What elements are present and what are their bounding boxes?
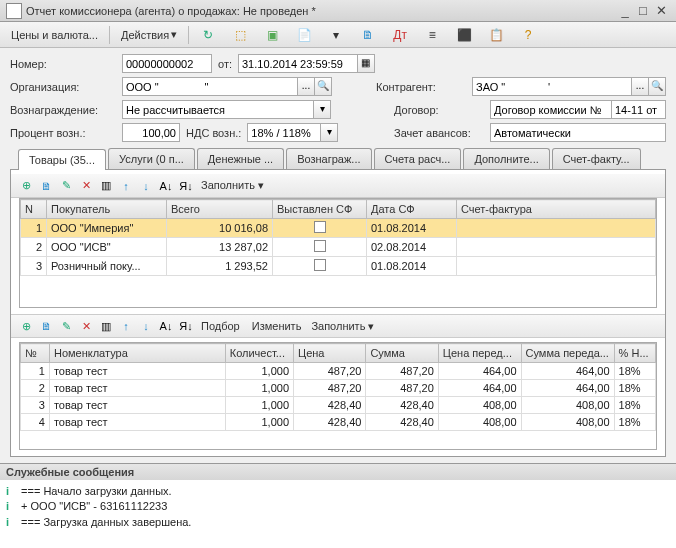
up-icon-2[interactable]: ↑ — [117, 317, 135, 335]
counterparty-lookup-icon[interactable]: ... — [632, 77, 649, 96]
messages-body: i === Начало загрузки данных. i + ООО "И… — [0, 480, 676, 548]
actions-menu[interactable]: Действия ▾ — [114, 25, 184, 44]
maximize-button[interactable]: □ — [634, 3, 652, 18]
down-icon[interactable]: ↓ — [137, 177, 155, 195]
tool-icon-2[interactable]: ▥ — [97, 317, 115, 335]
sort-asc-icon-2[interactable]: A↓ — [157, 317, 175, 335]
toolbar-icon-10[interactable]: 📋 — [481, 24, 511, 46]
checkbox-icon[interactable] — [314, 240, 326, 252]
sort-asc-icon[interactable]: A↓ — [157, 177, 175, 195]
toolbar-icon-1[interactable]: ↻ — [193, 24, 223, 46]
pick-button[interactable]: Подбор — [197, 320, 244, 332]
col2-sum[interactable]: Сумма — [366, 344, 438, 363]
tab-invoice[interactable]: Счет-факту... — [552, 148, 641, 169]
table-row[interactable]: 2ООО "ИСВ"13 287,0202.08.2014 — [21, 238, 656, 257]
col2-tprice[interactable]: Цена перед... — [438, 344, 521, 363]
table-row[interactable]: 3Розничный поку...1 293,5201.08.2014 — [21, 257, 656, 276]
toolbar-icon-3[interactable]: ▣ — [257, 24, 287, 46]
info-icon: i — [6, 515, 18, 530]
col-issued[interactable]: Выставлен СФ — [273, 200, 367, 219]
toolbar-icon-5[interactable]: ▾ — [321, 24, 351, 46]
col-total[interactable]: Всего — [167, 200, 273, 219]
col-datesf[interactable]: Дата СФ — [367, 200, 457, 219]
col-buyer[interactable]: Покупатель — [47, 200, 167, 219]
toolbar-icon-7[interactable]: Дт — [385, 24, 415, 46]
checkbox-icon[interactable] — [314, 259, 326, 271]
help-icon[interactable]: ? — [513, 24, 543, 46]
table-row[interactable]: 1товар тест1,000487,20487,20464,00464,00… — [21, 363, 656, 380]
col-n[interactable]: N — [21, 200, 47, 219]
reward-dropdown-icon[interactable]: ▾ — [314, 100, 331, 119]
sort-desc-icon-2[interactable]: Я↓ — [177, 317, 195, 335]
org-input[interactable] — [122, 77, 298, 96]
toolbar-icon-8[interactable]: ≡ — [417, 24, 447, 46]
reward-input[interactable] — [122, 100, 314, 119]
down-icon-2[interactable]: ↓ — [137, 317, 155, 335]
col2-vat[interactable]: % Н... — [614, 344, 655, 363]
items-grid[interactable]: № Номенклатура Количест... Цена Сумма Це… — [19, 342, 657, 450]
contract-input[interactable] — [490, 100, 612, 119]
col2-nom[interactable]: Номенклатура — [49, 344, 225, 363]
table-row[interactable]: 3товар тест1,000428,40428,40408,00408,00… — [21, 397, 656, 414]
adv-input[interactable] — [490, 123, 666, 142]
table-row[interactable]: 1ООО "Империя"10 016,0801.08.2014 — [21, 219, 656, 238]
edit-icon[interactable]: ✎ — [57, 177, 75, 195]
col2-tsum[interactable]: Сумма переда... — [521, 344, 614, 363]
copy-icon[interactable]: 🗎 — [37, 177, 55, 195]
counterparty-search-icon[interactable]: 🔍 — [649, 77, 666, 96]
vat-input[interactable] — [247, 123, 321, 142]
add-icon-2[interactable]: ⊕ — [17, 317, 35, 335]
sort-desc-icon[interactable]: Я↓ — [177, 177, 195, 195]
edit-button[interactable]: Изменить — [248, 320, 306, 332]
buyers-grid[interactable]: N Покупатель Всего Выставлен СФ Дата СФ … — [19, 198, 657, 308]
minimize-button[interactable]: _ — [616, 3, 634, 18]
app-icon — [6, 3, 22, 19]
toolbar-icon-6[interactable]: 🗎 — [353, 24, 383, 46]
date-input[interactable] — [238, 54, 358, 73]
message-line: i + ООО "ИСВ" - 63161112233 — [6, 499, 670, 514]
number-input[interactable] — [122, 54, 212, 73]
chevron-down-icon: ▾ — [171, 28, 177, 41]
up-icon[interactable]: ↑ — [117, 177, 135, 195]
pct-input[interactable] — [122, 123, 180, 142]
info-icon: i — [6, 499, 18, 514]
add-icon[interactable]: ⊕ — [17, 177, 35, 195]
toolbar-icon-9[interactable]: ⬛ — [449, 24, 479, 46]
col-sf[interactable]: Счет-фактура — [457, 200, 656, 219]
tab-additional[interactable]: Дополните... — [463, 148, 549, 169]
org-lookup-icon[interactable]: ... — [298, 77, 315, 96]
org-search-icon[interactable]: 🔍 — [315, 77, 332, 96]
table-row[interactable]: 4товар тест1,000428,40428,40408,00408,00… — [21, 414, 656, 431]
toolbar-icon-2[interactable]: ⬚ — [225, 24, 255, 46]
col2-qty[interactable]: Количест... — [225, 344, 293, 363]
tab-goods[interactable]: Товары (35... — [18, 149, 106, 170]
grid2-toolbar: ⊕ 🗎 ✎ ✕ ▥ ↑ ↓ A↓ Я↓ Подбор Изменить Запо… — [11, 314, 665, 338]
tab-reward[interactable]: Вознаграж... — [286, 148, 371, 169]
copy-icon-2[interactable]: 🗎 — [37, 317, 55, 335]
fill-button[interactable]: Заполнить ▾ — [197, 179, 268, 192]
price-currency-button[interactable]: Цены и валюта... — [4, 26, 105, 44]
vat-dropdown-icon[interactable]: ▾ — [321, 123, 338, 142]
main-toolbar: Цены и валюта... Действия ▾ ↻ ⬚ ▣ 📄 ▾ 🗎 … — [0, 22, 676, 48]
close-button[interactable]: ✕ — [652, 3, 670, 18]
toolbar-icon-4[interactable]: 📄 — [289, 24, 319, 46]
grid1-toolbar: ⊕ 🗎 ✎ ✕ ▥ ↑ ↓ A↓ Я↓ Заполнить ▾ — [11, 174, 665, 198]
from-label: от: — [218, 58, 232, 70]
fill-button-2[interactable]: Заполнить ▾ — [307, 320, 378, 333]
messages-title: Служебные сообщения — [0, 463, 676, 480]
delete-icon[interactable]: ✕ — [77, 177, 95, 195]
contract-extra-input[interactable] — [612, 100, 666, 119]
tab-accounts[interactable]: Счета расч... — [374, 148, 462, 169]
table-row[interactable]: 2товар тест1,000487,20487,20464,00464,00… — [21, 380, 656, 397]
col2-n[interactable]: № — [21, 344, 50, 363]
titlebar: Отчет комиссионера (агента) о продажах: … — [0, 0, 676, 22]
edit-icon-2[interactable]: ✎ — [57, 317, 75, 335]
counterparty-input[interactable] — [472, 77, 632, 96]
tab-services[interactable]: Услуги (0 п... — [108, 148, 195, 169]
calendar-icon[interactable]: ▦ — [358, 54, 375, 73]
tool-icon-1[interactable]: ▥ — [97, 177, 115, 195]
tab-money[interactable]: Денежные ... — [197, 148, 284, 169]
checkbox-icon[interactable] — [314, 221, 326, 233]
col2-price[interactable]: Цена — [294, 344, 366, 363]
delete-icon-2[interactable]: ✕ — [77, 317, 95, 335]
